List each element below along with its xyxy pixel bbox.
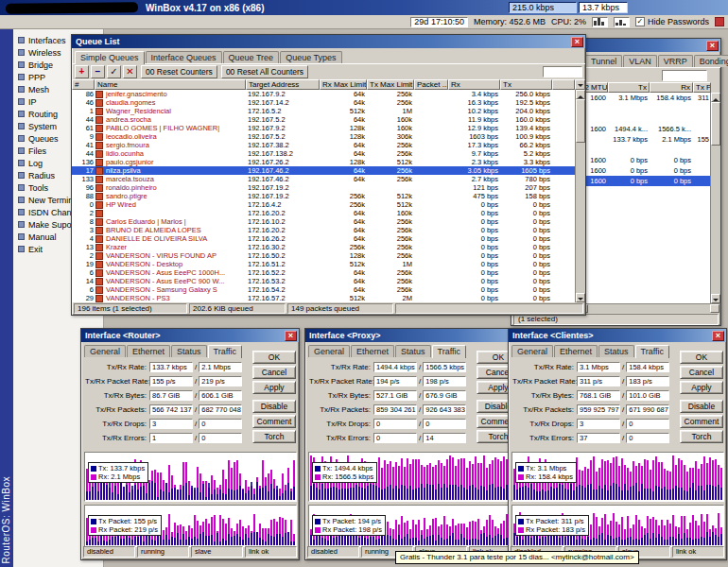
- tab-interface-queues[interactable]: Interface Queues: [146, 51, 222, 63]
- tab-vrrp[interactable]: VRRP: [658, 55, 693, 67]
- apply-button[interactable]: Apply: [252, 381, 296, 394]
- tab-ethernet[interactable]: Ethernet: [351, 345, 394, 357]
- close-icon[interactable]: ×: [706, 41, 719, 51]
- table-row[interactable]: 88sandro.ptigre192.167.19.2256k512k475 b…: [72, 192, 575, 200]
- close-icon[interactable]: ×: [285, 331, 297, 341]
- column-header-target-address[interactable]: Target Address: [246, 79, 320, 90]
- ok-button[interactable]: OK: [252, 351, 296, 364]
- graph-legend: Tx Packet: 194 p/sRx Packet: 198 p/s: [312, 515, 386, 536]
- window-titlebar[interactable]: Interface <Proxy>×: [305, 329, 523, 342]
- tab-general[interactable]: General: [84, 345, 126, 357]
- tab-status[interactable]: Status: [395, 345, 431, 357]
- table-row[interactable]: 0HP Wired172.16.4.2256k512k0 bps0 bps: [72, 200, 575, 209]
- close-icon[interactable]: ×: [712, 331, 724, 341]
- column-header-tx-pac[interactable]: Tx Pac...: [693, 82, 711, 93]
- column-header-name[interactable]: Name: [95, 79, 246, 90]
- window-titlebar[interactable]: Interface <Clientes>×: [509, 329, 726, 342]
- column-header-rx-max-limit[interactable]: Rx Max Limit: [320, 79, 367, 90]
- tab-ethernet[interactable]: Ethernet: [554, 345, 598, 357]
- window-titlebar[interactable]: Interface <Router>×: [81, 329, 299, 342]
- vertical-scrollbar[interactable]: [710, 93, 720, 303]
- rx-color-swatch: [518, 527, 524, 533]
- tab-bonding[interactable]: Bonding: [694, 55, 728, 67]
- table-row[interactable]: 2VANDERSON - VIRUS FOUND AP172.16.50.212…: [72, 251, 575, 260]
- apply-button[interactable]: Apply: [680, 381, 723, 394]
- column-header-rx[interactable]: Rx: [448, 79, 500, 90]
- tab-tunnel[interactable]: Tunnel: [585, 55, 622, 67]
- table-row[interactable]: 41sergio.fmoura192.167.38.264k256k17.3 k…: [72, 141, 575, 149]
- scrollbar-thumb[interactable]: [576, 99, 585, 143]
- field-value: 14: [423, 433, 466, 443]
- enable-button[interactable]: ✓: [107, 65, 121, 78]
- vertical-scrollbar[interactable]: [575, 90, 585, 302]
- table-row[interactable]: 14VANDERSON - Asus EeePC 900 W...172.16.…: [72, 277, 575, 285]
- table-row[interactable]: 29VANDERSON - PS3172.16.57.2512k2M0 bps0…: [72, 294, 575, 302]
- table-row[interactable]: 13Krazer172.16.30.2256k256k0 bps0 bps: [72, 243, 575, 251]
- column-header-item[interactable]: #: [72, 79, 95, 90]
- find-input[interactable]: [662, 70, 707, 81]
- cancel-button[interactable]: Cancel: [680, 366, 723, 379]
- table-row[interactable]: 1Wagner_Residencial172.16.5.2512k1M10.2 …: [72, 107, 575, 115]
- ok-button[interactable]: OK: [680, 351, 723, 364]
- app-title: WinBox v4.17 on x86 (x86): [146, 3, 265, 13]
- table-row[interactable]: 61PABLO GOMES | FILHO WAGNER|192.167.9.2…: [72, 124, 575, 132]
- torch-button[interactable]: Torch: [680, 430, 723, 443]
- tab-ethernet[interactable]: Ethernet: [127, 345, 170, 357]
- remove-button[interactable]: −: [91, 65, 105, 78]
- table-row[interactable]: 2172.16.20.264k160k0 bps0 bps: [72, 209, 575, 217]
- table-row[interactable]: 44lidio.ocunha192.167.138.264k256k9.7 kb…: [72, 149, 575, 158]
- table-row[interactable]: 9leocadio.oliveira192.167.5.2128k306k160…: [72, 132, 575, 141]
- disable-button[interactable]: Disable: [252, 400, 296, 413]
- comment-button[interactable]: Comment: [680, 415, 723, 428]
- tab-general[interactable]: General: [308, 345, 350, 357]
- table-row[interactable]: 136paulo.cgsjunior192.167.26.2128k512k2.…: [72, 158, 575, 166]
- tab-status[interactable]: Status: [598, 345, 634, 357]
- column-header-tx-max-limit[interactable]: Tx Max Limit: [367, 79, 414, 90]
- torch-button[interactable]: Torch: [252, 430, 296, 443]
- close-icon[interactable]: ×: [571, 37, 583, 47]
- find-input[interactable]: [543, 66, 582, 77]
- table-row[interactable]: 3BRUNO DE ALMEIDA LOPES172.16.20.264k256…: [72, 226, 575, 234]
- table-row[interactable]: 46claudia.ngomes192.167.14.264k256k16.3 …: [72, 98, 575, 107]
- hide-passwords-checkbox[interactable]: ✓ Hide Passwords: [635, 17, 709, 26]
- table-row[interactable]: 86jenifer.gnascimento192.167.9.264k256k3…: [72, 90, 575, 98]
- tab-status[interactable]: Status: [171, 345, 207, 357]
- window-titlebar[interactable]: Queue List ×: [72, 35, 585, 48]
- tab-general[interactable]: General: [511, 345, 553, 357]
- table-row[interactable]: 6VANDERSON - Asus EeePC 1000H...172.16.5…: [72, 268, 575, 277]
- table-row[interactable]: 4DANIELLE DE OLIVEIRA SILVA172.16.26.264…: [72, 234, 575, 243]
- tab-traffic[interactable]: Traffic: [635, 345, 670, 358]
- tab-vlan[interactable]: VLAN: [623, 55, 657, 67]
- column-menu-icon[interactable]: [575, 79, 585, 90]
- reset-all-counters-button[interactable]: 00 Reset All Counters: [221, 65, 308, 78]
- table-row[interactable]: 6VANDERSON - Samsung Galaxy S172.16.54.2…: [72, 285, 575, 294]
- comment-button[interactable]: Comment: [252, 415, 296, 428]
- scroll-right-icon[interactable]: [710, 304, 719, 313]
- scrollbar-thumb[interactable]: [711, 102, 720, 146]
- reset-counters-button[interactable]: 00 Reset Counters: [141, 65, 217, 78]
- column-header-packet[interactable]: Packet ...: [414, 79, 448, 90]
- tab-traffic[interactable]: Traffic: [432, 345, 467, 358]
- scroll-up-icon[interactable]: [576, 90, 585, 99]
- table-row[interactable]: 133marcela.tsouza192.167.46.264k256k2.7 …: [72, 175, 575, 183]
- scroll-down-icon[interactable]: [576, 293, 585, 302]
- tab-traffic[interactable]: Traffic: [208, 345, 243, 358]
- scroll-down-icon[interactable]: [711, 294, 720, 303]
- tab-queue-types[interactable]: Queue Types: [280, 51, 341, 63]
- column-header-tx[interactable]: Tx: [500, 79, 552, 90]
- disable-button[interactable]: Disable: [680, 400, 723, 413]
- tab-queue-tree[interactable]: Queue Tree: [223, 51, 280, 63]
- column-header-tx[interactable]: Tx: [608, 82, 650, 93]
- table-row[interactable]: 8Carlos Eduardo | Marlos |172.16.10.264k…: [72, 217, 575, 226]
- table-row[interactable]: 19VANDERSON - Desktop172.16.51.2512k1M0 …: [72, 260, 575, 268]
- table-row[interactable]: 96ronaldo.pinheiro192.167.19.2121 bps207…: [72, 183, 575, 192]
- cancel-button[interactable]: Cancel: [252, 366, 296, 379]
- tab-simple-queues[interactable]: Simple Queues: [75, 51, 145, 64]
- disable-button[interactable]: ✕: [123, 65, 137, 78]
- table-row[interactable]: 17nilza.psilva192.167.46.264k256k3.05 kb…: [72, 166, 575, 175]
- column-header-rx[interactable]: Rx: [650, 82, 693, 93]
- window-title: Interface <Clientes>: [512, 331, 594, 340]
- scroll-up-icon[interactable]: [711, 93, 720, 102]
- add-button[interactable]: +: [75, 65, 89, 78]
- table-row[interactable]: 44andrea.srocha192.167.5.264k160k11.9 kb…: [72, 115, 575, 124]
